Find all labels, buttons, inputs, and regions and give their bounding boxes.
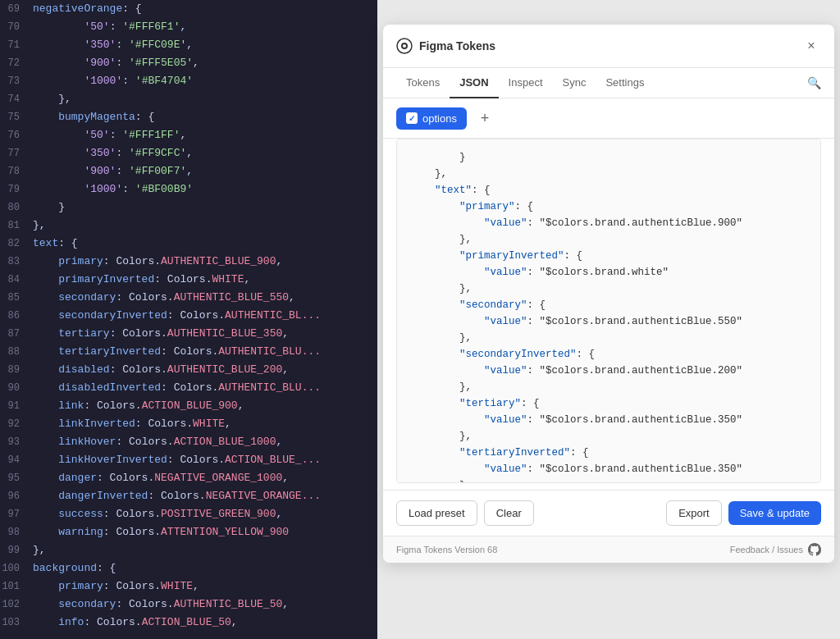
code-line: 96 dangerInverted: Colors.NEGATIVE_ORANG… [0,487,377,505]
json-line: "tertiary": { [410,395,807,412]
line-number: 99 [0,541,33,559]
line-number: 80 [0,199,33,217]
bottom-right: Export Save & update [666,500,821,526]
code-line: 99}, [0,541,377,559]
panel-header: Figma Tokens × [383,25,834,68]
clear-button[interactable]: Clear [484,500,534,526]
json-line: }, [410,231,807,248]
tab-settings[interactable]: Settings [596,68,654,98]
line-number: 102 [0,596,33,614]
code-line: 91 link: Colors.ACTION_BLUE_900, [0,397,377,415]
options-tab-label: options [422,112,457,125]
line-number: 98 [0,523,33,541]
code-line: 73 '1000': '#BF4704' [0,72,377,90]
line-number: 85 [0,289,33,307]
code-line: 74 }, [0,90,377,108]
json-line: "value": "$colors.brand.authenticBlue.20… [410,363,807,379]
line-number: 96 [0,487,33,505]
json-line: }, [410,428,807,445]
line-number: 95 [0,469,33,487]
code-line: 101 primary: Colors.WHITE, [0,577,377,596]
line-number: 93 [0,433,33,451]
code-line: 83 primary: Colors.AUTHENTIC_BLUE_900, [0,253,377,271]
code-line: 97 success: Colors.POSITIVE_GREEN_900, [0,505,377,523]
right-panel: Figma Tokens × Tokens JSON Inspect Sync … [377,0,840,639]
line-number: 77 [0,144,33,162]
code-line: 92 linkInverted: Colors.WHITE, [0,415,377,433]
json-line: }, [410,330,807,346]
code-line: 86 secondaryInverted: Colors.AUTHENTIC_B… [0,307,377,325]
panel-bottom: Load preset Clear Export Save & update [383,490,834,536]
line-number: 86 [0,307,33,325]
figma-panel: Figma Tokens × Tokens JSON Inspect Sync … [383,25,834,563]
json-line: "secondary": { [410,297,807,313]
line-number: 94 [0,451,33,469]
code-line: 76 '50': '#FFF1FF', [0,126,377,144]
add-tab-button[interactable]: + [473,107,496,130]
code-line: 70 '50': '#FFF6F1', [0,18,377,36]
json-line: "tertiaryInverted": { [410,445,807,461]
line-number: 87 [0,325,33,343]
code-line: 85 secondary: Colors.AUTHENTIC_BLUE_550, [0,289,377,307]
tab-tokens[interactable]: Tokens [396,68,450,98]
code-line: 78 '900': '#FF00F7', [0,162,377,180]
line-number: 84 [0,271,33,289]
options-tab[interactable]: options [396,107,467,130]
panel-nav: Tokens JSON Inspect Sync Settings 🔍 [383,68,834,98]
line-number: 78 [0,162,33,180]
code-line: 98 warning: Colors.ATTENTION_YELLOW_900 [0,523,377,541]
json-line: }, [410,166,807,182]
json-line: "secondaryInverted": { [410,346,807,363]
line-number: 103 [0,614,33,632]
tab-json[interactable]: JSON [450,68,498,98]
code-line: 100background: { [0,559,377,577]
line-number: 97 [0,505,33,523]
bottom-left: Load preset Clear [396,500,534,526]
tab-inspect[interactable]: Inspect [499,68,553,98]
code-line: 75 bumpyMagenta: { [0,108,377,126]
json-content-area[interactable]: } }, "text": { "primary": { "value": "$c… [396,139,821,483]
code-line: 90 disabledInverted: Colors.AUTHENTIC_BL… [0,379,377,397]
nav-tabs: Tokens JSON Inspect Sync Settings [396,68,654,98]
line-number: 82 [0,235,33,253]
line-number: 69 [0,0,33,18]
code-line: 103 info: Colors.ACTION_BLUE_50, [0,614,377,632]
feedback-text: Feedback / Issues [730,545,803,555]
panel-title: Figma Tokens [419,39,495,52]
feedback-link[interactable]: Feedback / Issues [730,543,821,556]
code-line: 89 disabled: Colors.AUTHENTIC_BLUE_200, [0,361,377,379]
panel-title-group: Figma Tokens [396,38,495,54]
json-line: "value": "$colors.brand.authenticBlue.35… [410,412,807,428]
code-line: 81}, [0,217,377,235]
version-label: Figma Tokens Version 68 [396,545,497,555]
code-line: 77 '350': '#FF9CFC', [0,144,377,162]
code-line: 93 linkHover: Colors.ACTION_BLUE_1000, [0,433,377,451]
line-number: 79 [0,180,33,199]
line-number: 83 [0,253,33,271]
line-number: 70 [0,18,33,36]
svg-point-2 [403,44,406,48]
json-line: "value": "$colors.brand.authenticBlue.55… [410,313,807,330]
code-line: 87 tertiary: Colors.AUTHENTIC_BLUE_350, [0,325,377,343]
code-line: 79 '1000': '#BF00B9' [0,180,377,199]
github-icon [808,543,821,556]
code-line: 72 '900': '#FFF5E05', [0,54,377,72]
code-line: 80 } [0,199,377,217]
code-line: 69negativeOrange: { [0,0,377,18]
code-line: 82text: { [0,235,377,253]
tab-sync[interactable]: Sync [553,68,596,98]
load-preset-button[interactable]: Load preset [396,500,477,526]
line-number: 74 [0,90,33,108]
save-update-button[interactable]: Save & update [728,501,821,525]
line-number: 91 [0,397,33,415]
export-button[interactable]: Export [666,500,722,526]
close-button[interactable]: × [801,36,821,56]
code-editor: 69negativeOrange: {70 '50': '#FFF6F1',71… [0,0,377,639]
json-line: "primaryInverted": { [410,248,807,264]
search-icon[interactable]: 🔍 [807,76,821,89]
line-number: 71 [0,36,33,54]
code-line: 102 secondary: Colors.AUTHENTIC_BLUE_50, [0,596,377,614]
line-number: 72 [0,54,33,72]
token-tab-bar: options + [383,98,834,139]
json-line: }, [410,281,807,297]
